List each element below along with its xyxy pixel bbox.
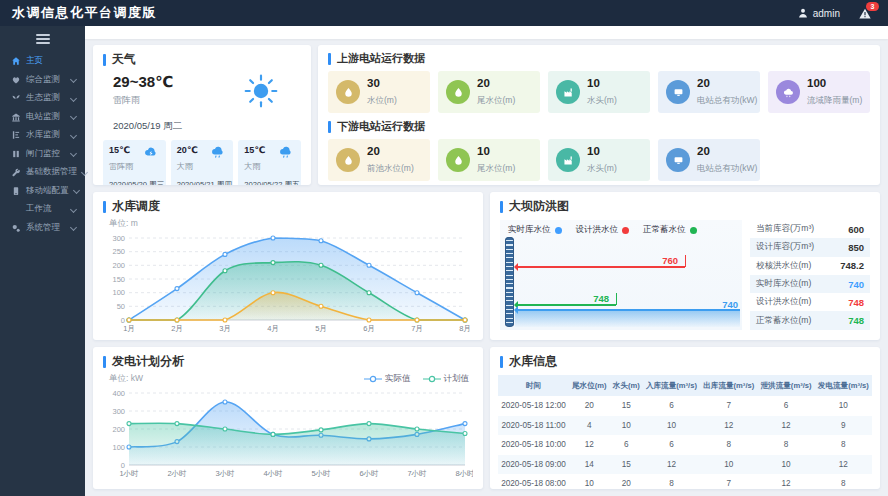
dam-legend-label: 正常蓄水位 <box>643 224 686 236</box>
stat-value: 10 <box>477 145 515 157</box>
dam-stat-value: 748 <box>848 297 864 308</box>
stat-card: 100 流域降雨量(m) <box>768 71 870 113</box>
table-row: 2020-05-18 09:00 14 15 12 10 10 12 <box>498 455 872 475</box>
chart-legend-item[interactable]: 实际值 <box>364 373 411 385</box>
user-icon <box>797 7 809 19</box>
stat-card: 20 前池水位(m) <box>328 139 430 181</box>
top-strip <box>85 26 888 39</box>
stat-card: 10 尾水位(m) <box>438 139 540 181</box>
menu-toggle-icon[interactable] <box>36 34 50 44</box>
cell-spill: 6 <box>757 396 814 416</box>
stat-value: 30 <box>367 77 397 89</box>
svg-text:7月: 7月 <box>411 324 423 333</box>
stat-label: 流域降雨量(m) <box>807 95 862 105</box>
generation-plan-panel: 发电计划分析 单位: kW 实际值 <box>93 347 483 489</box>
stat-icon <box>666 80 690 104</box>
forecast-temp: 15℃ <box>244 145 265 155</box>
forecast-date: 2020/05/22 周五 <box>244 180 295 185</box>
sidebar-item[interactable]: 综合监测 <box>0 71 85 90</box>
stat-icon <box>776 80 800 104</box>
sidebar-item[interactable]: 生态监测 <box>0 89 85 108</box>
cell-time: 2020-05-18 08:00 <box>498 474 569 489</box>
dam-stat-row: 设计洪水位(m) 748 <box>750 293 870 311</box>
cell-outflow: 10 <box>700 455 757 475</box>
svg-text:50: 50 <box>117 302 125 311</box>
stat-label: 尾水位(m) <box>477 163 515 173</box>
sidebar-item[interactable]: 闸门监控 <box>0 145 85 164</box>
reservoir-scheduling-chart: 0501001502002503001月2月3月4月5月6月7月8月 <box>103 232 473 334</box>
dam-legend-label: 实时库水位 <box>508 224 551 236</box>
table-row: 2020-05-18 10:00 12 6 6 8 8 8 <box>498 435 872 455</box>
svg-text:2月: 2月 <box>171 324 183 333</box>
sidebar-item-icon <box>11 75 21 85</box>
cell-spill: 12 <box>757 416 814 436</box>
sidebar-item-label: 主页 <box>26 55 78 67</box>
sidebar-item[interactable]: 系统管理 <box>0 219 85 238</box>
sidebar-item[interactable]: 基础数据管理 <box>0 163 85 182</box>
table-header-row: 时间尾水位(m)水头(m)入库流量(m³/s)出库流量(m³/s)泄洪流量(m³… <box>498 375 872 396</box>
generation-chart-title: 发电计划分析 <box>112 355 184 368</box>
realtime-level-value: 740 <box>722 299 738 310</box>
table-row: 2020-05-18 11:00 4 10 10 12 12 9 <box>498 416 872 436</box>
forecast-condition: 大雨 <box>177 162 193 171</box>
dam-legend: 实时库水位 设计洪水位 正常蓄水位 <box>500 220 742 236</box>
svg-text:400: 400 <box>112 389 125 398</box>
svg-text:100: 100 <box>112 443 125 452</box>
forecast-card: 20℃ 大雨 2020/05/21 周四 <box>171 140 234 185</box>
sidebar-item[interactable]: 水库监测 <box>0 126 85 145</box>
weather-date: 2020/05/19 周二 <box>103 113 301 140</box>
svg-text:150: 150 <box>112 275 125 284</box>
chart-unit: 单位: kW <box>109 373 143 385</box>
dam-stat-row: 校核洪水位(m) 748.2 <box>750 257 870 275</box>
dam-stat-row: 设计库容(万m³) 850 <box>750 238 870 256</box>
weather-cloud-icon <box>210 145 227 163</box>
sidebar-item-icon <box>11 186 21 196</box>
forecast-card: 15℃ 大雨 2020/05/22 周五 <box>238 140 301 185</box>
sidebar-item-label: 系统管理 <box>26 222 66 234</box>
generation-plan-chart: 01002003004001小时2小时3小时4小时5小时6小时7小时8小时 <box>103 387 473 479</box>
chevron-down-icon <box>70 224 77 231</box>
stat-icon <box>336 148 360 172</box>
user-menu[interactable]: admin <box>797 7 840 19</box>
chart-legend-item[interactable]: 计划值 <box>423 373 470 385</box>
sidebar-item-icon <box>11 56 21 66</box>
sidebar-item[interactable]: 工作流 <box>0 200 85 219</box>
dam-stat-value: 748 <box>848 315 864 326</box>
water-gauge-ruler <box>505 237 514 327</box>
cell-head: 6 <box>610 435 643 455</box>
dam-legend-label: 设计洪水位 <box>576 224 619 236</box>
sidebar-item[interactable]: 电站监测 <box>0 108 85 127</box>
dam-stat-value: 600 <box>848 224 864 235</box>
dam-stat-value: 740 <box>848 279 864 290</box>
forecast-condition: 雷阵雨 <box>109 162 133 171</box>
sidebar-item-label: 水库监测 <box>26 129 66 141</box>
stat-icon <box>336 80 360 104</box>
forecast-temp: 15℃ <box>109 145 133 155</box>
svg-text:6小时: 6小时 <box>359 469 379 478</box>
legend-marker-icon <box>423 375 441 383</box>
stat-value: 100 <box>807 77 862 89</box>
alerts-button[interactable]: 3 <box>858 7 872 20</box>
dam-stats: 当前库容(万m³) 600 设计库容(万m³) 850 校核洪水位(m) 748… <box>750 220 870 330</box>
reservoir-table: 时间尾水位(m)水头(m)入库流量(m³/s)出库流量(m³/s)泄洪流量(m³… <box>498 375 872 489</box>
stat-card: 20 电站总有功(kW) <box>658 71 760 113</box>
svg-text:1月: 1月 <box>123 324 135 333</box>
stat-label: 电站总有功(kW) <box>697 95 757 105</box>
cell-head: 15 <box>610 396 643 416</box>
reservoir-scheduling-panel: 水库调度 单位: m 0501001502002503001月2月3月4月5月6… <box>93 192 483 340</box>
stat-card: 20 电站总有功(kW) <box>658 139 760 181</box>
sidebar-item-label: 闸门监控 <box>26 148 66 160</box>
stat-icon <box>556 148 580 172</box>
table-row: 2020-05-18 08:00 10 20 8 7 12 8 <box>498 474 872 489</box>
sidebar-item[interactable]: 移动端配置 <box>0 182 85 201</box>
cell-genflow: 10 <box>815 396 872 416</box>
sidebar-item[interactable]: 主页 <box>0 52 85 71</box>
stat-icon <box>666 148 690 172</box>
dam-flood-panel: 大坝防洪图 实时库水位 设计洪水位 <box>490 192 880 340</box>
sidebar-item-icon <box>11 223 21 233</box>
stations-panel: 上游电站运行数据 30 水位(m) 20 尾水位(m) <box>318 45 880 185</box>
svg-text:300: 300 <box>112 407 125 416</box>
table-title: 水库信息 <box>509 355 557 368</box>
alert-badge: 3 <box>866 2 879 11</box>
svg-text:200: 200 <box>112 261 125 270</box>
